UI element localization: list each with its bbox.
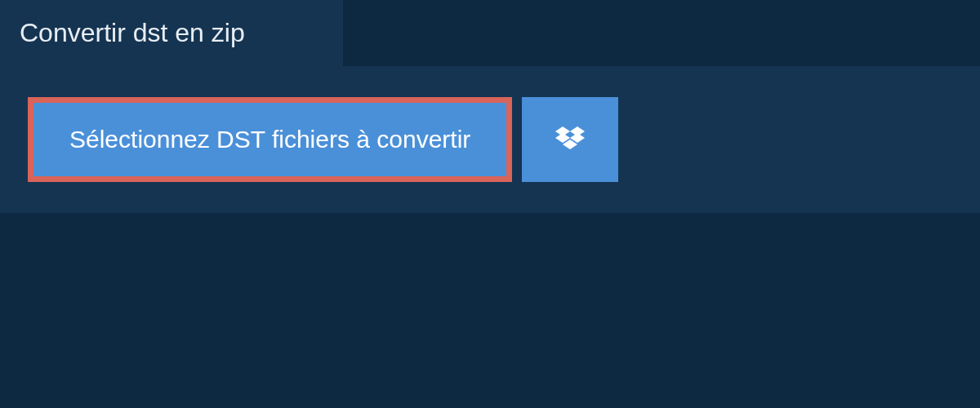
select-files-button[interactable]: Sélectionnez DST fichiers à convertir (28, 97, 512, 182)
converter-panel: Sélectionnez DST fichiers à convertir (0, 66, 980, 213)
action-row: Sélectionnez DST fichiers à convertir (28, 97, 952, 182)
select-files-label: Sélectionnez DST fichiers à convertir (69, 126, 470, 153)
tab-convert[interactable]: Convertir dst en zip (0, 0, 343, 66)
dropbox-icon (555, 126, 585, 153)
tab-bar: Convertir dst en zip (0, 0, 980, 66)
dropbox-button[interactable] (522, 97, 618, 182)
tab-label: Convertir dst en zip (20, 18, 245, 47)
